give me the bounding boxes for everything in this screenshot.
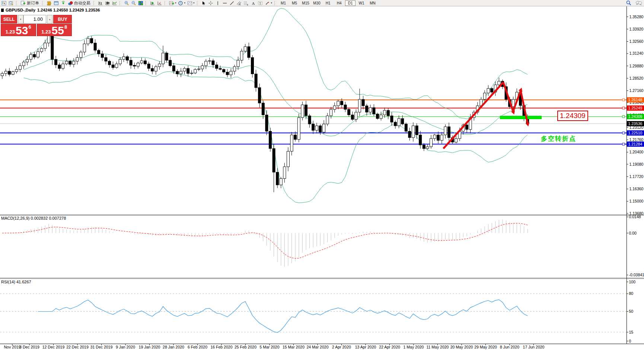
buy-button[interactable]: BUY [53, 15, 72, 23]
svg-text:16 Feb 2020: 16 Feb 2020 [211, 345, 233, 349]
zoom-out-icon[interactable] [130, 0, 137, 6]
volume-input[interactable]: 1.00 [23, 15, 46, 23]
svg-text:28 Jan 2020: 28 Jan 2020 [163, 345, 184, 349]
indicators-dropdown[interactable]: ▾ [175, 1, 176, 4]
svg-text:100: 100 [629, 280, 636, 284]
text-icon[interactable]: A [250, 0, 257, 6]
volume-increase-button[interactable]: ▲ [47, 15, 52, 23]
zoom-in-icon[interactable] [123, 0, 130, 6]
svg-text:1.35280: 1.35280 [629, 15, 644, 19]
svg-text:1.33920: 1.33920 [629, 27, 644, 31]
toolbar-separator [119, 1, 121, 5]
chart-symbol-period: GBPUSD-,Daily [6, 8, 35, 12]
timeframe-button-d1[interactable]: D1 [345, 0, 356, 6]
candlestick-chart-icon[interactable] [104, 0, 111, 6]
sell-button[interactable]: SELL [1, 15, 17, 23]
timeframe-button-h1[interactable]: H1 [323, 0, 333, 6]
indicators-icon[interactable] [168, 0, 175, 6]
line-chart-icon[interactable] [111, 0, 118, 6]
timeframe-button-m15[interactable]: M15 [300, 0, 311, 6]
new-order-label[interactable]: 新订单 [27, 0, 39, 6]
autotrade-label[interactable]: 自动交易 [74, 0, 90, 6]
text-label-icon[interactable]: T [257, 0, 264, 6]
svg-text:2 Apr 2020: 2 Apr 2020 [332, 345, 351, 349]
timeframe-button-m1[interactable]: M1 [278, 0, 288, 6]
arrow-tools-icon[interactable] [264, 0, 271, 6]
zoom-window-icon[interactable] [7, 0, 15, 6]
new-order-icon[interactable] [19, 0, 26, 6]
svg-text:12 Dec 2019: 12 Dec 2019 [42, 345, 65, 349]
trendline-icon[interactable] [229, 0, 236, 6]
svg-text:11 May 2020: 11 May 2020 [427, 345, 449, 349]
fibonacci-icon[interactable]: F [243, 0, 250, 6]
chart-shift-icon[interactable] [156, 0, 163, 6]
toolbar-separator [93, 1, 95, 5]
equidistant-channel-icon[interactable]: E [236, 0, 243, 6]
svg-text:17 Jun 2020: 17 Jun 2020 [523, 345, 545, 349]
templates-icon[interactable] [186, 0, 193, 6]
toolbar-group-chart-types [96, 0, 118, 6]
auto-scroll-icon[interactable] [149, 0, 156, 6]
buy-price-prefix: 1.23 [41, 29, 51, 35]
svg-text:F: F [247, 3, 249, 6]
toolbar-group-order: 新订单 [19, 0, 41, 6]
toolbar-group-window [0, 0, 15, 6]
toolbar-separator [197, 1, 199, 5]
volume-decrease-button[interactable]: ▼ [18, 15, 23, 23]
svg-text:Nov 2019: Nov 2019 [4, 345, 21, 349]
svg-text:1.25249: 1.25249 [628, 106, 643, 110]
svg-text:0.00: 0.00 [629, 231, 637, 235]
toolbar-group-insert: ▾▾▾ [168, 0, 196, 6]
svg-text:15: 15 [629, 330, 634, 334]
tile-windows-icon[interactable] [137, 0, 144, 6]
svg-text:8 Jun 2020: 8 Jun 2020 [500, 345, 519, 349]
svg-text:1.16360: 1.16360 [629, 187, 644, 191]
buy-price-quote[interactable]: 1.23558 [37, 24, 72, 36]
periods-icon[interactable] [177, 0, 184, 6]
svg-text:1.20400: 1.20400 [629, 150, 644, 154]
svg-text:22 Dec 2019: 22 Dec 2019 [66, 345, 89, 349]
svg-text:-0.038415: -0.038415 [629, 273, 644, 277]
bar-chart-icon[interactable] [97, 0, 104, 6]
price-callout[interactable]: 1.24309 [557, 111, 588, 121]
svg-text:1.24309: 1.24309 [628, 114, 643, 119]
data-window-icon[interactable] [52, 0, 60, 6]
sell-price-quote[interactable]: 1.23536 [1, 24, 36, 36]
toolbar-separator [146, 1, 147, 5]
toolbar-separator [274, 1, 276, 5]
svg-text:T: T [259, 1, 261, 5]
svg-text:29 May 2020: 29 May 2020 [474, 345, 497, 349]
autotrade-icon[interactable] [67, 0, 74, 6]
toolbar-separator [165, 1, 166, 5]
vertical-line-icon[interactable] [214, 0, 221, 6]
svg-text:A: A [252, 1, 255, 5]
timeframe-button-h4[interactable]: H4 [334, 0, 344, 6]
svg-text:25 Feb 2020: 25 Feb 2020 [235, 345, 256, 349]
toolbar-group-zoom [122, 0, 144, 6]
timeframe-button-m30[interactable]: M30 [312, 0, 322, 6]
chat-icon[interactable] [635, 0, 642, 6]
chart-canvas[interactable]: 1.352801.339201.325601.312401.298801.285… [0, 0, 644, 350]
chart-symbol-icon [1, 9, 4, 12]
templates-dropdown[interactable]: ▾ [193, 1, 195, 4]
svg-text:0: 0 [629, 339, 631, 343]
timeframe-button-w1[interactable]: W1 [356, 0, 367, 6]
horizontal-line-icon[interactable] [221, 0, 229, 6]
search-icon[interactable] [625, 0, 632, 6]
cursor-icon[interactable] [200, 0, 207, 6]
toolbar-group-drawing: EFAT▾ [200, 0, 274, 6]
one-click-trading-panel: SELL ▼ 1.00 ▲ BUY 1.23536 1.23558 [1, 15, 72, 36]
sell-price-big: 53 [16, 26, 28, 35]
pivot-annotation[interactable]: 多空转折点 [541, 134, 576, 143]
navigator-icon[interactable] [60, 0, 67, 6]
toolbar: 新订单自动交易▾▾▾EFAT▾M1M5M15M30H1H4D1W1MN [0, 0, 644, 6]
market-watch-icon[interactable] [45, 0, 52, 6]
svg-text:1.17720: 1.17720 [629, 174, 644, 179]
timeframe-button-m5[interactable]: M5 [289, 0, 300, 6]
timeframe-button-mn[interactable]: MN [367, 0, 378, 6]
periods-dropdown[interactable]: ▾ [184, 1, 186, 4]
arrow-tools-dropdown[interactable]: ▾ [271, 1, 272, 4]
chart-window-icon[interactable] [0, 0, 7, 6]
crosshair-icon[interactable] [207, 0, 214, 6]
svg-text:1.32560: 1.32560 [629, 39, 644, 44]
